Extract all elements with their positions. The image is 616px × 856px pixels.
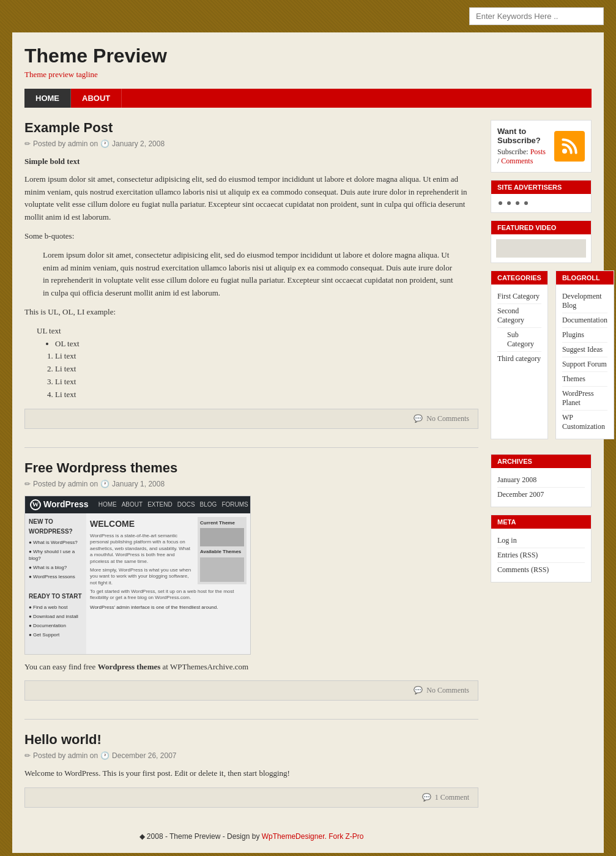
- list-item[interactable]: Themes: [562, 372, 607, 387]
- blogroll-link-6[interactable]: Themes: [562, 374, 585, 383]
- archive-link-2[interactable]: December 2007: [497, 490, 544, 499]
- advertisers-title: SITE ADVERTISERS: [491, 181, 591, 194]
- post-bold-line: Simple bold text: [24, 155, 478, 168]
- featured-video-widget: FEATURED VIDEO: [491, 220, 592, 263]
- archive-link-1[interactable]: January 2008: [497, 475, 536, 484]
- blogroll-link-5[interactable]: Support Forum: [562, 360, 607, 368]
- blogroll-link-3[interactable]: Plugins: [562, 330, 584, 339]
- list-item[interactable]: Entries (RSS): [497, 548, 585, 563]
- list-item[interactable]: WordPress Planet: [562, 387, 607, 411]
- blogroll-link-8[interactable]: WP Customization: [562, 413, 605, 431]
- nav-item-about[interactable]: ABOUT: [71, 89, 122, 108]
- subscribe-posts-link[interactable]: Posts: [530, 147, 546, 156]
- list-item[interactable]: December 2007: [497, 488, 585, 502]
- search-input[interactable]: [469, 7, 604, 25]
- meta-list: Log in Entries (RSS) Comments (RSS): [497, 534, 585, 577]
- wp-logo-area: W WordPress: [30, 497, 89, 511]
- meta-link-3[interactable]: Comments (RSS): [497, 565, 549, 574]
- wp-themes-panel: Current Theme Available Themes: [198, 517, 247, 585]
- comment-icon-3: 💬: [422, 793, 431, 802]
- list-item[interactable]: Sub Category: [497, 328, 541, 352]
- list-item[interactable]: Second Category: [497, 304, 541, 328]
- blogroll-link-7[interactable]: WordPress Planet: [562, 389, 594, 407]
- wp-nav-home: HOME: [98, 500, 117, 510]
- list-item[interactable]: Suggest Ideas: [562, 343, 607, 357]
- subscribe-separator: /: [497, 157, 499, 165]
- comment-count-wp: No Comments: [426, 686, 469, 695]
- wp-available-title: Available Themes: [200, 548, 244, 556]
- two-col-widgets: CATEGORIES First Category Second Categor…: [491, 270, 592, 447]
- blogroll-link-2[interactable]: Documentation: [562, 316, 607, 324]
- clock-icon: 🕐: [100, 140, 109, 148]
- post-ol: Li text Li text Li text Li text: [55, 350, 466, 401]
- post-body-text-1: You can easy find free: [24, 662, 98, 671]
- comment-bar-example[interactable]: 💬 No Comments: [24, 409, 478, 429]
- ul-label: UL text: [37, 326, 61, 335]
- meta-link-1[interactable]: Log in: [497, 536, 517, 545]
- wp-sidebar-title: NEW TO WORDPRESS?: [29, 517, 83, 537]
- wp-sidebar-text-6: ● Download and install: [29, 613, 83, 620]
- site-title: Theme Preview: [24, 45, 592, 67]
- list-item[interactable]: WP Customization: [562, 411, 607, 434]
- categories-widget: CATEGORIES First Category Second Categor…: [491, 270, 548, 439]
- wp-sidebar-text-5: ● Find a web host: [29, 604, 83, 611]
- category-link-1[interactable]: First Category: [497, 292, 540, 300]
- post-title-example: Example Post: [24, 120, 478, 136]
- category-link-2[interactable]: Second Category: [497, 307, 524, 324]
- post-date-hello: December 26, 2007: [112, 751, 176, 760]
- post-paragraph-1: Lorem ipsum dolor sit amet, consectetur …: [24, 173, 478, 224]
- wp-nav-docs: DOCS: [177, 500, 195, 510]
- blogroll-link-4[interactable]: Suggest Ideas: [562, 345, 603, 354]
- list-item[interactable]: January 2008: [497, 473, 585, 488]
- footer-link[interactable]: WpThemeDesigner. Fork Z-Pro: [262, 832, 364, 841]
- wp-nav-forums: FORUMS: [221, 500, 248, 510]
- sidebar: Want to Subscribe? Subscribe: Posts / Co…: [491, 120, 592, 590]
- post-hello-world: Hello world! ✏ Posted by admin on 🕐 Dece…: [24, 732, 478, 808]
- list-item[interactable]: Log in: [497, 534, 585, 548]
- post-divider-2: [24, 719, 478, 720]
- post-author-label-2: Posted by admin on: [33, 480, 98, 488]
- post-body-hello-text: Welcome to WordPress. This is your first…: [24, 767, 478, 780]
- wp-admin-text: WordPress' admin interface is one of the…: [90, 604, 247, 612]
- subscribe-comments-link[interactable]: Comments: [501, 157, 533, 165]
- site-footer: ◆ 2008 - Theme Preview - Design by WpThe…: [24, 826, 478, 841]
- list-item[interactable]: First Category: [497, 289, 541, 304]
- post-body-example: Simple bold text Lorem ipsum dolor sit a…: [24, 155, 478, 401]
- post-divider-1: [24, 447, 478, 448]
- comment-bar-wp[interactable]: 💬 No Comments: [24, 680, 478, 701]
- wp-themes-title: Current Theme: [200, 519, 244, 527]
- comment-count-example: No Comments: [426, 414, 469, 423]
- list-item[interactable]: Support Forum: [562, 357, 607, 372]
- list-item[interactable]: Third category: [497, 352, 541, 366]
- list-item[interactable]: Comments (RSS): [497, 563, 585, 577]
- post-title-wp: Free Wordpress themes: [24, 460, 478, 476]
- post-body-bold: Wordpress themes: [98, 662, 161, 671]
- pen-icon: ✏: [24, 140, 31, 148]
- subscribe-prefix: Subscribe:: [497, 147, 529, 156]
- category-link-sub[interactable]: Sub Category: [507, 330, 534, 348]
- comment-bar-hello[interactable]: 💬 1 Comment: [24, 787, 478, 808]
- meta-link-2[interactable]: Entries (RSS): [497, 551, 538, 559]
- wp-nav-extend: EXTEND: [147, 500, 173, 510]
- rss-svg: [560, 136, 579, 156]
- categories-title: CATEGORIES: [491, 271, 547, 285]
- list-item[interactable]: Documentation: [562, 313, 607, 328]
- wp-logo-text: WordPress: [43, 497, 89, 511]
- post-date-example: January 2, 2008: [112, 140, 165, 148]
- clock-icon-3: 🕐: [100, 751, 109, 760]
- list-item[interactable]: Plugins: [562, 328, 607, 343]
- wp-sidebar-text-8: ● Get Support: [29, 631, 83, 638]
- blogroll-widget: BLOGROLL Development Blog Documentation …: [555, 270, 614, 439]
- list-item[interactable]: Development Blog: [562, 289, 607, 313]
- navigation: HOME ABOUT: [24, 89, 592, 108]
- blogroll-link-1[interactable]: Development Blog: [562, 292, 602, 310]
- subscribe-links: Subscribe: Posts / Comments: [497, 147, 548, 166]
- comment-count-hello: 1 Comment: [435, 793, 469, 802]
- nav-item-home[interactable]: HOME: [24, 89, 71, 108]
- blogroll-list: Development Blog Documentation Plugins S…: [562, 289, 607, 434]
- category-link-3[interactable]: Third category: [497, 354, 541, 363]
- archives-widget: ARCHIVES January 2008 December 2007: [491, 454, 592, 507]
- wp-nav-blog: BLOG: [200, 500, 217, 510]
- blogroll-title: BLOGROLL: [556, 271, 614, 285]
- meta-title: META: [491, 515, 591, 529]
